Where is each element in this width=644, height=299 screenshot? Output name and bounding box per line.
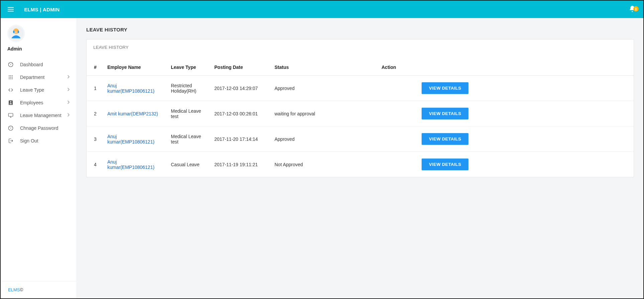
sidebar-item-label: Leave Type xyxy=(20,87,44,93)
notifications-badge: 0 xyxy=(633,6,639,12)
cell-posting-date: 2017-11-20 17:14:14 xyxy=(210,126,270,152)
sidebar-item-chnage-password[interactable]: Chnage Password xyxy=(2,122,75,134)
view-details-button[interactable]: VIEW DETAILS xyxy=(422,108,468,119)
table-row: 2Amit kumar(DEMP2132)Medical Leave test2… xyxy=(87,101,634,126)
cell-status: waiting for approval xyxy=(270,101,377,126)
cell-leave-type: Medical Leave test xyxy=(166,101,210,126)
view-details-button[interactable]: VIEW DETAILS xyxy=(422,133,468,145)
svg-rect-18 xyxy=(9,100,13,105)
chevron-right-icon xyxy=(66,87,71,93)
sidebar-item-dashboard[interactable]: Dashboard xyxy=(2,58,75,71)
svg-point-10 xyxy=(10,75,11,76)
table-row: 4Anuj kumar(EMP10806121)Casual Leave2017… xyxy=(87,152,634,177)
col-employee: Employe Name xyxy=(103,55,166,76)
cell-leave-type: Casual Leave xyxy=(166,152,210,177)
cell-status: Approved xyxy=(270,76,377,101)
svg-point-12 xyxy=(9,77,9,78)
view-details-button[interactable]: VIEW DETAILS xyxy=(422,82,468,94)
svg-rect-20 xyxy=(8,113,13,116)
app-brand: ELMS | ADMIN xyxy=(24,7,60,12)
monitor-icon xyxy=(7,112,15,118)
footer-copy: © xyxy=(20,287,23,292)
svg-point-19 xyxy=(10,101,11,103)
chevron-right-icon xyxy=(66,112,71,119)
employee-link[interactable]: Amit kumar(DEMP2132) xyxy=(107,111,158,116)
cell-posting-date: 2017-12-03 00:26:01 xyxy=(210,101,270,126)
col-action: Action xyxy=(377,55,634,76)
sidebar-item-label: Dashboard xyxy=(20,62,43,67)
hamburger-icon xyxy=(7,6,14,13)
sidebar-footer: ELMS© xyxy=(1,281,77,298)
page-title: LEAVE HISTORY xyxy=(86,27,634,32)
sidebar-item-label: Leave Management xyxy=(20,113,62,118)
dashboard-icon xyxy=(7,125,15,131)
svg-point-8 xyxy=(9,63,10,64)
col-posting-date: Posting Date xyxy=(210,55,270,76)
sidebar-item-leave-type[interactable]: Leave Type xyxy=(2,84,75,96)
profile-block: Admin xyxy=(1,18,77,54)
cell-leave-type: Medical Leave test xyxy=(166,126,210,152)
col-leave-type: Leave Type xyxy=(166,55,210,76)
cell-index: 1 xyxy=(87,76,103,101)
col-status: Status xyxy=(270,55,377,76)
chevron-right-icon xyxy=(66,74,71,81)
cell-index: 2 xyxy=(87,101,103,126)
svg-point-22 xyxy=(10,128,11,128)
card-title: LEAVE HISTORY xyxy=(87,39,634,50)
sidebar: Admin DashboardDepartmentLeave TypeEmplo… xyxy=(1,18,77,298)
table-row: 1Anuj kumar(EMP10806121)Restricted Holid… xyxy=(87,76,634,101)
employee-link[interactable]: Anuj kumar(EMP10806121) xyxy=(107,83,154,94)
employee-link[interactable]: Anuj kumar(EMP10806121) xyxy=(107,159,154,170)
topbar: ELMS | ADMIN 0 xyxy=(1,1,643,18)
svg-rect-2 xyxy=(13,30,14,33)
signout-icon xyxy=(7,138,15,144)
svg-point-16 xyxy=(10,78,11,79)
grid-icon xyxy=(7,74,15,80)
avatar-icon xyxy=(8,26,24,41)
svg-point-9 xyxy=(9,75,9,76)
profile-name: Admin xyxy=(7,46,70,52)
account-icon xyxy=(7,100,15,106)
employee-link[interactable]: Anuj kumar(EMP10806121) xyxy=(107,134,154,144)
sidebar-item-leave-management[interactable]: Leave Management xyxy=(2,109,75,122)
menu-toggle-button[interactable] xyxy=(7,5,15,13)
svg-point-24 xyxy=(12,127,12,127)
sidebar-item-label: Sign Out xyxy=(20,138,38,143)
cell-posting-date: 2017-12-03 14:29:07 xyxy=(210,76,270,101)
svg-point-6 xyxy=(10,63,11,63)
dashboard-icon xyxy=(7,62,15,68)
svg-point-25 xyxy=(9,127,10,127)
cell-index: 3 xyxy=(87,126,103,152)
svg-rect-3 xyxy=(18,30,19,33)
footer-brand-link[interactable]: ELMS xyxy=(8,287,20,292)
sidebar-item-employees[interactable]: Employees xyxy=(2,96,75,109)
sidebar-nav: DashboardDepartmentLeave TypeEmployeesLe… xyxy=(1,54,77,147)
main-content: LEAVE HISTORY LEAVE HISTORY # Employe Na… xyxy=(77,18,643,298)
chevron-right-icon xyxy=(66,100,71,106)
cell-posting-date: 2017-11-19 19:11:21 xyxy=(210,152,270,177)
cell-index: 4 xyxy=(87,152,103,177)
sidebar-item-label: Employees xyxy=(20,100,43,105)
sidebar-item-label: Chnage Password xyxy=(20,125,58,131)
svg-point-7 xyxy=(12,63,12,64)
svg-point-11 xyxy=(12,75,12,76)
col-index: # xyxy=(87,55,103,76)
sidebar-item-sign-out[interactable]: Sign Out xyxy=(2,134,75,147)
sidebar-item-label: Department xyxy=(20,75,44,80)
svg-point-14 xyxy=(12,77,12,78)
svg-point-23 xyxy=(10,126,11,127)
svg-point-13 xyxy=(10,77,11,78)
cell-status: Not Approved xyxy=(270,152,377,177)
cell-leave-type: Restricted Holiday(RH) xyxy=(166,76,210,101)
svg-point-15 xyxy=(9,78,9,79)
sidebar-item-department[interactable]: Department xyxy=(2,71,75,84)
view-details-button[interactable]: VIEW DETAILS xyxy=(422,159,468,170)
svg-point-17 xyxy=(12,78,12,79)
leave-history-card: LEAVE HISTORY # Employe Name Leave Type … xyxy=(86,39,634,177)
cell-status: Approved xyxy=(270,126,377,152)
avatar xyxy=(7,25,25,42)
notifications-button[interactable]: 0 xyxy=(629,8,636,14)
leave-history-table: # Employe Name Leave Type Posting Date S… xyxy=(87,55,634,177)
code-icon xyxy=(7,87,15,93)
svg-point-5 xyxy=(10,64,11,65)
